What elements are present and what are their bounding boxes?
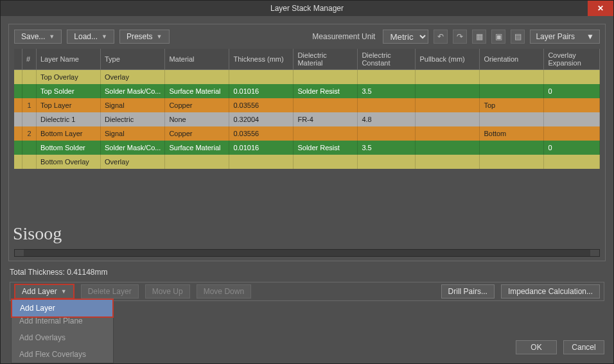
table-cell[interactable]: Dielectric 1: [37, 112, 101, 126]
table-cell[interactable]: [14, 84, 22, 98]
menu-add-flex-coverlays[interactable]: Add Flex Coverlays: [12, 346, 113, 363]
table-cell[interactable]: [14, 112, 22, 126]
table-cell[interactable]: [22, 70, 37, 84]
table-cell[interactable]: [544, 126, 600, 141]
table-cell[interactable]: Dielectric: [101, 112, 165, 126]
tool-icon-1[interactable]: ▦: [472, 30, 486, 44]
table-cell[interactable]: 1: [22, 98, 37, 112]
table-cell[interactable]: [544, 70, 600, 84]
presets-button[interactable]: Presets ▼: [119, 30, 170, 44]
table-cell[interactable]: 0.01016: [229, 84, 294, 98]
table-cell[interactable]: [544, 112, 600, 126]
load-button[interactable]: Load... ▼: [67, 30, 114, 44]
table-row[interactable]: 2Bottom LayerSignalCopper0.03556Bottom: [14, 126, 600, 141]
table-cell[interactable]: Bottom: [480, 126, 544, 141]
table-cell[interactable]: [22, 155, 37, 169]
table-row[interactable]: Dielectric 1DielectricNone0.32004FR-44.8: [14, 112, 600, 126]
table-cell[interactable]: [22, 112, 37, 126]
table-cell[interactable]: [358, 70, 416, 84]
redo-icon[interactable]: ↷: [453, 30, 467, 44]
tool-icon-3[interactable]: ▤: [511, 30, 525, 44]
col-thickness[interactable]: Thickness (mm): [229, 49, 294, 70]
table-cell[interactable]: Solder Mask/Co...: [101, 141, 165, 155]
table-row[interactable]: 1Top LayerSignalCopper0.03556Top: [14, 98, 600, 112]
table-cell[interactable]: [165, 155, 229, 169]
table-cell[interactable]: [14, 98, 22, 112]
table-cell[interactable]: Surface Material: [165, 84, 229, 98]
col-material[interactable]: Material: [165, 49, 229, 70]
drill-pairs-button[interactable]: Drill Pairs...: [441, 284, 495, 299]
table-cell[interactable]: [358, 126, 416, 141]
table-cell[interactable]: [14, 70, 22, 84]
delete-layer-button[interactable]: Delete Layer: [81, 284, 139, 299]
table-cell[interactable]: [416, 155, 480, 169]
col-dielectric-material[interactable]: Dielectric Material: [294, 49, 358, 70]
table-cell[interactable]: [294, 70, 358, 84]
table-row[interactable]: Top OverlayOverlay: [14, 70, 600, 84]
table-cell[interactable]: 0.32004: [229, 112, 294, 126]
table-cell[interactable]: [416, 126, 480, 141]
save-button[interactable]: Save... ▼: [14, 30, 62, 44]
table-cell[interactable]: Top Solder: [37, 84, 101, 98]
table-cell[interactable]: 3.5: [358, 84, 416, 98]
table-cell[interactable]: [480, 70, 544, 84]
table-cell[interactable]: [294, 126, 358, 141]
table-cell[interactable]: Solder Resist: [294, 84, 358, 98]
table-cell[interactable]: [416, 112, 480, 126]
table-cell[interactable]: 0.01016: [229, 141, 294, 155]
table-cell[interactable]: 3.5: [358, 141, 416, 155]
col-index[interactable]: #: [22, 49, 37, 70]
table-cell[interactable]: [165, 70, 229, 84]
table-cell[interactable]: [416, 84, 480, 98]
table-cell[interactable]: [416, 70, 480, 84]
table-cell[interactable]: Top Layer: [37, 98, 101, 112]
table-cell[interactable]: Copper: [165, 98, 229, 112]
table-cell[interactable]: [416, 98, 480, 112]
table-cell[interactable]: FR-4: [294, 112, 358, 126]
col-coverlay[interactable]: Coverlay Expansion: [544, 49, 600, 70]
table-cell[interactable]: 0: [544, 141, 600, 155]
move-down-button[interactable]: Move Down: [197, 284, 251, 299]
col-type[interactable]: Type: [101, 49, 165, 70]
table-cell[interactable]: Surface Material: [165, 141, 229, 155]
layer-pairs-dropdown[interactable]: Layer Pairs ▼: [530, 30, 600, 44]
menu-add-overlays[interactable]: Add Overlays: [12, 329, 113, 346]
table-cell[interactable]: [544, 98, 600, 112]
table-cell[interactable]: [416, 141, 480, 155]
table-cell[interactable]: [358, 155, 416, 169]
table-cell[interactable]: Bottom Solder: [37, 141, 101, 155]
table-cell[interactable]: None: [165, 112, 229, 126]
table-cell[interactable]: [544, 155, 600, 169]
table-cell[interactable]: [229, 155, 294, 169]
table-cell[interactable]: Top Overlay: [37, 70, 101, 84]
menu-add-layer[interactable]: Add Layer: [12, 300, 112, 316]
table-cell[interactable]: [22, 84, 37, 98]
table-cell[interactable]: Solder Resist: [294, 141, 358, 155]
table-cell[interactable]: 0: [544, 84, 600, 98]
table-cell[interactable]: 0.03556: [229, 126, 294, 141]
table-cell[interactable]: 0.03556: [229, 98, 294, 112]
table-cell[interactable]: [22, 141, 37, 155]
table-cell[interactable]: Signal: [101, 126, 165, 141]
table-cell[interactable]: [480, 155, 544, 169]
table-row[interactable]: Bottom OverlayOverlay: [14, 155, 600, 169]
table-cell[interactable]: Overlay: [101, 155, 165, 169]
table-cell[interactable]: [294, 98, 358, 112]
undo-icon[interactable]: ↶: [434, 30, 448, 44]
table-cell[interactable]: Bottom Layer: [37, 126, 101, 141]
table-cell[interactable]: [480, 112, 544, 126]
table-cell[interactable]: Top: [480, 98, 544, 112]
table-row[interactable]: Bottom SolderSolder Mask/Co...Surface Ma…: [14, 141, 600, 155]
table-cell[interactable]: [14, 155, 22, 169]
table-cell[interactable]: [294, 155, 358, 169]
table-cell[interactable]: [480, 84, 544, 98]
measurement-unit-select[interactable]: Metric: [383, 30, 428, 44]
table-cell[interactable]: 2: [22, 126, 37, 141]
table-cell[interactable]: Signal: [101, 98, 165, 112]
table-cell[interactable]: Copper: [165, 126, 229, 141]
table-cell[interactable]: Overlay: [101, 70, 165, 84]
col-layer-name[interactable]: Layer Name: [37, 49, 101, 70]
cancel-button[interactable]: Cancel: [563, 340, 604, 354]
table-cell[interactable]: [480, 141, 544, 155]
table-cell[interactable]: 4.8: [358, 112, 416, 126]
